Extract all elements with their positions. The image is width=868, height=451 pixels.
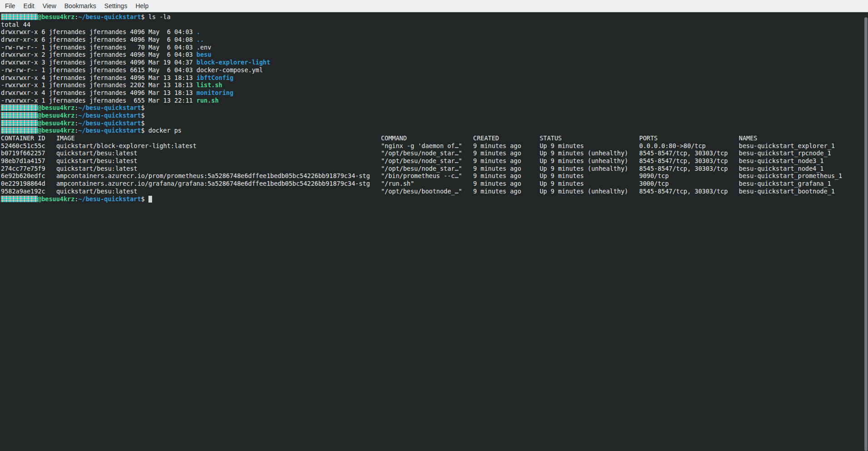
ls-entry-line: drwxr-xr-x 6 jfernandes jfernandes 4096 … — [1, 36, 868, 44]
menu-bookmarks[interactable]: Bookmarks — [60, 2, 100, 10]
prompt-path: ~/besu-quickstart — [78, 112, 141, 119]
menu-help[interactable]: Help — [131, 2, 153, 10]
terminal-scrollbar — [863, 12, 868, 451]
prompt-host: @besuu4krz — [38, 112, 74, 119]
redacted-username — [1, 14, 38, 20]
ls-entry-meta: -rw-rw-r-- 1 jfernandes jfernandes 6615 … — [1, 66, 197, 74]
ls-entry-meta: drwxrwxr-x 3 jfernandes jfernandes 4096 … — [1, 59, 197, 66]
prompt-path: ~/besu-quickstart — [78, 104, 141, 111]
redacted-username — [1, 104, 38, 111]
docker-ps-row: 6e92b620edfc ampcontainers.azurecr.io/pr… — [1, 172, 868, 180]
terminal-line-text: total 44 — [1, 21, 868, 29]
docker-ps-row: 9582a9ae192c quickstart/besu:latest "/op… — [1, 188, 868, 195]
ls-entry-line: -rwxrwxr-x 1 jfernandes jfernandes 655 M… — [1, 97, 868, 104]
redacted-username — [1, 127, 38, 134]
prompt-host: @besuu4krz — [38, 13, 74, 20]
ls-entry-name: run.sh — [197, 97, 219, 104]
terminal-line-prompt: @besuu4krz:~/besu-quickstart$ — [1, 104, 868, 112]
ls-entry-name: block-explorer-light — [197, 59, 271, 66]
docker-ps-row: 0e229198864d ampcontainers.azurecr.io/gr… — [1, 180, 868, 188]
prompt-symbol: $ — [141, 119, 145, 127]
redacted-username — [1, 120, 38, 126]
terminal-line-prompt: @besuu4krz:~/besu-quickstart$ — [1, 112, 868, 119]
terminal-line-prompt: @besuu4krz:~/besu-quickstart$ docker ps — [1, 127, 868, 134]
ls-entry-name: . — [197, 28, 200, 35]
ls-entry-name: .env — [197, 44, 212, 51]
docker-ps-row: 52460c51c55c quickstart/block-explorer-l… — [1, 142, 868, 150]
prompt-host: @besuu4krz — [38, 104, 74, 111]
terminal-line-prompt: @besuu4krz:~/besu-quickstart$ — [1, 119, 868, 127]
menu-bar: File Edit View Bookmarks Settings Help — [0, 0, 868, 12]
docker-ps-row: 98eb7d1a4157 quickstart/besu:latest "/op… — [1, 157, 868, 165]
konsole-window: File Edit View Bookmarks Settings Help @… — [0, 0, 868, 451]
prompt-path: ~/besu-quickstart — [78, 119, 141, 127]
ls-entry-line: -rw-rw-r-- 1 jfernandes jfernandes 70 Ma… — [1, 44, 868, 51]
docker-ps-row: 274cc77e75f9 quickstart/besu:latest "/op… — [1, 165, 868, 173]
prompt-symbol: $ docker ps — [141, 127, 182, 134]
ls-entry-meta: -rwxrwxr-x 1 jfernandes jfernandes 655 M… — [1, 97, 197, 104]
terminal-line-prompt: @besuu4krz:~/besu-quickstart$ — [1, 195, 868, 203]
ls-entry-name: monitoring — [197, 89, 233, 96]
scrollbar-handle[interactable] — [864, 17, 868, 451]
ls-entry-name: docker-compose.yml — [197, 66, 263, 74]
ls-entry-line: -rwxrwxr-x 1 jfernandes jfernandes 2202 … — [1, 81, 868, 89]
ls-entry-meta: drwxrwxr-x 6 jfernandes jfernandes 4096 … — [1, 28, 197, 35]
prompt-symbol: $ — [141, 112, 145, 119]
redacted-username — [1, 112, 38, 119]
docker-ps-row: b0719f662257 quickstart/besu:latest "/op… — [1, 149, 868, 157]
ls-entry-meta: drwxrwxr-x 4 jfernandes jfernandes 4096 … — [1, 89, 197, 96]
ls-entry-line: drwxrwxr-x 2 jfernandes jfernandes 4096 … — [1, 51, 868, 59]
prompt-host: @besuu4krz — [38, 195, 74, 203]
menu-file[interactable]: File — [1, 2, 20, 10]
prompt-path: ~/besu-quickstart — [78, 127, 141, 134]
ls-entry-name: besu — [197, 51, 212, 58]
ls-entry-meta: -rw-rw-r-- 1 jfernandes jfernandes 70 Ma… — [1, 44, 197, 51]
prompt-path: ~/besu-quickstart — [78, 195, 141, 203]
ls-entry-line: -rw-rw-r-- 1 jfernandes jfernandes 6615 … — [1, 66, 868, 74]
terminal-cursor — [148, 196, 152, 203]
terminal-output: @besuu4krz:~/besu-quickstart$ ls -latota… — [1, 13, 868, 203]
ls-entry-line: drwxrwxr-x 4 jfernandes jfernandes 4096 … — [1, 74, 868, 82]
terminal[interactable]: @besuu4krz:~/besu-quickstart$ ls -latota… — [0, 12, 868, 451]
prompt-symbol: $ — [141, 104, 145, 111]
prompt-path: ~/besu-quickstart — [78, 13, 141, 20]
ls-entry-name: list.sh — [197, 81, 222, 89]
terminal-line-prompt: @besuu4krz:~/besu-quickstart$ ls -la — [1, 13, 868, 21]
prompt-host: @besuu4krz — [38, 119, 74, 127]
menu-settings[interactable]: Settings — [100, 2, 132, 10]
ls-entry-meta: drwxrwxr-x 2 jfernandes jfernandes 4096 … — [1, 51, 197, 58]
ls-entry-name: ibftConfig — [197, 74, 233, 81]
redacted-username — [1, 196, 38, 202]
ls-entry-meta: -rwxrwxr-x 1 jfernandes jfernandes 2202 … — [1, 81, 197, 89]
ls-entry-meta: drwxr-xr-x 6 jfernandes jfernandes 4096 … — [1, 36, 197, 43]
ls-entry-line: drwxrwxr-x 3 jfernandes jfernandes 4096 … — [1, 59, 868, 66]
menu-edit[interactable]: Edit — [20, 2, 39, 10]
ls-entry-meta: drwxrwxr-x 4 jfernandes jfernandes 4096 … — [1, 74, 197, 81]
docker-ps-header: CONTAINER ID IMAGE COMMAND CREATED STATU… — [1, 134, 868, 142]
ls-entry-name: .. — [197, 36, 204, 43]
prompt-host: @besuu4krz — [38, 127, 74, 134]
prompt-symbol: $ ls -la — [141, 13, 171, 20]
ls-entry-line: drwxrwxr-x 6 jfernandes jfernandes 4096 … — [1, 28, 868, 36]
prompt-symbol: $ — [141, 195, 148, 203]
ls-entry-line: drwxrwxr-x 4 jfernandes jfernandes 4096 … — [1, 89, 868, 97]
menu-view[interactable]: View — [39, 2, 60, 10]
